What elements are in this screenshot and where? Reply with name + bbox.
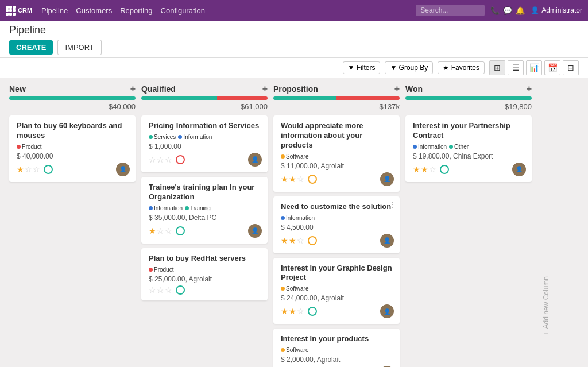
star-1[interactable]: ★	[289, 307, 296, 316]
card-status[interactable]	[176, 155, 185, 164]
card-status[interactable]	[176, 285, 185, 295]
import-button[interactable]: IMPORT	[57, 40, 101, 55]
card-stars[interactable]: ☆☆☆	[149, 285, 172, 295]
star-0[interactable]: ★	[17, 165, 24, 174]
global-search-input[interactable]	[416, 5, 485, 16]
card-stars[interactable]: ★★☆	[281, 236, 304, 245]
card-tags: Software	[281, 347, 394, 353]
nav-icons: 📞 💬 🔔	[490, 6, 525, 15]
card-proposition-1[interactable]: ⋮ Need to customize the solution Informa…	[273, 196, 400, 253]
card-status[interactable]	[308, 307, 317, 316]
card-new-0[interactable]: Plan to buy 60 keyboards and mouses Prod…	[9, 115, 136, 182]
card-proposition-2[interactable]: Interest in your Graphic Design Project …	[273, 258, 400, 324]
card-stars[interactable]: ☆☆☆	[149, 155, 172, 164]
star-2[interactable]: ☆	[297, 307, 304, 316]
card-title: Plan to buy RedHat servers	[149, 254, 262, 264]
star-1[interactable]: ☆	[157, 155, 164, 164]
card-footer: ★★☆ 👤	[281, 304, 394, 318]
star-2[interactable]: ☆	[429, 165, 436, 174]
pivot-view-icon[interactable]: ⊟	[563, 60, 579, 75]
card-stars[interactable]: ★☆☆	[149, 226, 172, 235]
star-0[interactable]: ★	[413, 165, 420, 174]
app-logo[interactable]: CRM	[6, 6, 32, 16]
card-status[interactable]	[308, 236, 317, 245]
column-bar-qualified	[141, 96, 268, 100]
card-stars[interactable]: ★★☆	[281, 175, 304, 184]
filter-controls: ▼ Filters ▼ Group By ★ Favorites ⊞ ☰ 📊 📅…	[343, 60, 579, 75]
card-qualified-2[interactable]: Plan to buy RedHat servers Product $ 25,…	[141, 248, 268, 300]
chat-icon[interactable]: 💬	[503, 6, 512, 15]
card-amount: $ 40,000.00	[17, 152, 130, 160]
star-1[interactable]: ★	[289, 236, 296, 245]
menu-configuration[interactable]: Configuration	[161, 6, 205, 15]
card-title: Need to customize the solution	[281, 202, 394, 212]
card-qualified-0[interactable]: Pricing Information of Services Services…	[141, 115, 268, 172]
card-stars[interactable]: ★☆☆	[17, 165, 40, 174]
card-more-menu[interactable]: ⋮	[388, 200, 396, 209]
calendar-view-icon[interactable]: 📅	[544, 60, 560, 75]
star-2[interactable]: ☆	[165, 155, 172, 164]
card-avatar: 👤	[248, 153, 262, 167]
phone-icon[interactable]: 📞	[490, 6, 500, 15]
menu-pipeline[interactable]: Pipeline	[41, 6, 68, 15]
card-proposition-0[interactable]: Would appreciate more information about …	[273, 115, 400, 192]
card-tags: ServicesInformation	[149, 134, 262, 140]
card-footer: ★★☆ 👤	[413, 163, 526, 176]
card-tag: Product	[17, 144, 41, 150]
card-tag: Software	[281, 347, 308, 353]
star-1[interactable]: ☆	[25, 165, 32, 174]
star-2[interactable]: ☆	[165, 285, 172, 295]
card-status[interactable]	[44, 165, 53, 174]
star-0[interactable]: ★	[149, 226, 156, 235]
column-add-qualified[interactable]: +	[262, 84, 268, 94]
star-1[interactable]: ☆	[157, 285, 164, 295]
add-new-column-button[interactable]: + Add new Column	[537, 84, 555, 367]
card-stars[interactable]: ★★☆	[413, 165, 436, 174]
card-qualified-1[interactable]: Trainee's training plan In your Organiza…	[141, 177, 268, 244]
column-header-new: New+	[9, 84, 136, 94]
star-2[interactable]: ☆	[33, 165, 40, 174]
card-won-0[interactable]: Interest in your Partnership Contract In…	[405, 115, 532, 182]
favorites-button[interactable]: ★ Favorites	[438, 61, 485, 74]
card-amount: $ 2,000.00, Agrolait	[281, 356, 394, 364]
kanban-view-icon[interactable]: ⊞	[489, 60, 505, 75]
star-0[interactable]: ★	[281, 307, 288, 316]
filters-button[interactable]: ▼ Filters	[343, 61, 381, 74]
star-2[interactable]: ☆	[297, 236, 304, 245]
user-menu[interactable]: 👤 Administrator	[531, 6, 582, 14]
card-amount: $ 11,000.00, Agrolait	[281, 162, 394, 170]
card-tags: Product	[149, 266, 262, 273]
card-status[interactable]	[308, 175, 317, 184]
star-2[interactable]: ☆	[165, 226, 172, 235]
star-2[interactable]: ☆	[297, 175, 304, 184]
star-1[interactable]: ☆	[157, 226, 164, 235]
user-name: Administrator	[541, 6, 582, 14]
card-status[interactable]	[176, 226, 185, 235]
notification-icon[interactable]: 🔔	[516, 6, 525, 15]
column-add-new[interactable]: +	[130, 84, 136, 94]
top-right-area: 📞 💬 🔔 👤 Administrator	[416, 5, 582, 16]
star-0[interactable]: ★	[281, 175, 288, 184]
card-stars[interactable]: ★★☆	[281, 307, 304, 316]
star-0[interactable]: ☆	[149, 155, 156, 164]
create-button[interactable]: CREATE	[9, 40, 53, 55]
graph-view-icon[interactable]: 📊	[526, 60, 542, 75]
star-0[interactable]: ★	[281, 236, 288, 245]
column-add-won[interactable]: +	[527, 84, 532, 94]
group-by-button[interactable]: ▼ Group By	[385, 61, 433, 74]
menu-customers[interactable]: Customers	[76, 6, 112, 15]
star-0[interactable]: ☆	[149, 285, 156, 295]
list-view-icon[interactable]: ☰	[508, 60, 524, 75]
card-avatar: 👤	[116, 163, 130, 176]
card-title: Trainee's training plan In your Organiza…	[149, 183, 262, 202]
menu-reporting[interactable]: Reporting	[120, 6, 152, 15]
card-amount: $ 1,000.00	[149, 142, 262, 150]
column-add-proposition[interactable]: +	[394, 84, 400, 94]
column-header-qualified: Qualified+	[141, 84, 268, 94]
card-proposition-3[interactable]: Interest in your products Software $ 2,0…	[273, 329, 400, 367]
card-status[interactable]	[440, 165, 449, 174]
star-1[interactable]: ★	[289, 175, 296, 184]
card-title: Interest in your products	[281, 334, 394, 344]
card-title: Plan to buy 60 keyboards and mouses	[17, 121, 130, 141]
star-1[interactable]: ★	[421, 165, 428, 174]
